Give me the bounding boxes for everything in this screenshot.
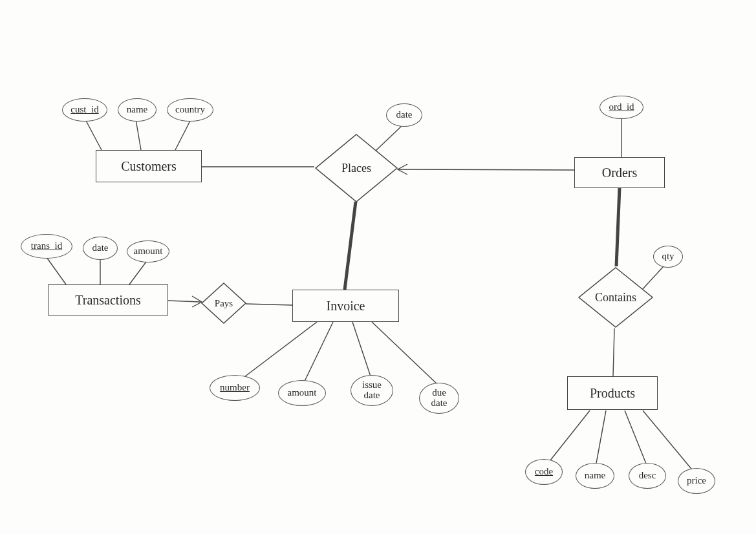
attr-contains-qty: qty	[653, 246, 683, 268]
attr-invoice-issue-date: issue date	[351, 375, 393, 406]
attr-invoice-amount: amount	[278, 380, 326, 406]
attr-customers-country: country	[167, 98, 213, 122]
attr-customers-country-label: country	[175, 105, 205, 115]
attr-invoice-due-date: due date	[419, 383, 459, 414]
svg-line-13	[545, 411, 590, 467]
svg-line-22	[616, 187, 620, 266]
svg-line-11	[372, 322, 438, 385]
attr-customers-name-label: name	[127, 105, 147, 115]
entity-invoice-label: Invoice	[327, 299, 365, 313]
relationship-places: Places	[314, 133, 398, 203]
attr-products-code-label: code	[535, 467, 553, 477]
attr-transactions-trans-id-label: trans_id	[31, 241, 62, 251]
attr-transactions-trans-id: trans_id	[21, 234, 72, 259]
svg-line-20	[246, 304, 292, 305]
attr-invoice-amount-label: amount	[288, 388, 317, 398]
attr-customers-cust-id-label: cust_id	[70, 105, 98, 115]
attr-customers-name: name	[118, 98, 157, 122]
entity-transactions: Transactions	[48, 284, 168, 315]
relationship-contains-label: Contains	[595, 291, 636, 304]
attr-contains-qty-label: qty	[662, 251, 674, 262]
attr-invoice-issue-date-label: issue date	[362, 380, 382, 401]
svg-line-18	[398, 169, 574, 170]
svg-line-2	[175, 121, 190, 150]
entity-customers-label: Customers	[121, 160, 177, 173]
svg-line-7	[129, 262, 146, 284]
er-diagram: Customers Orders Transactions Invoice Pr…	[0, 0, 756, 534]
svg-line-15	[625, 411, 647, 467]
svg-line-5	[47, 257, 66, 284]
attr-orders-ord-id: ord_id	[599, 96, 643, 119]
entity-products-label: Products	[590, 387, 635, 400]
attr-transactions-date: date	[83, 237, 118, 260]
attr-orders-ord-id-label: ord_id	[609, 102, 634, 112]
relationship-pays-label: Pays	[215, 298, 233, 309]
attr-invoice-number: number	[210, 375, 260, 401]
svg-line-19	[345, 202, 356, 290]
entity-orders-label: Orders	[602, 166, 637, 180]
attr-products-price: price	[678, 468, 715, 494]
relationship-pays: Pays	[200, 282, 247, 325]
relationship-places-label: Places	[341, 162, 371, 175]
relationship-contains: Contains	[578, 266, 654, 328]
svg-line-23	[613, 328, 614, 376]
entity-transactions-label: Transactions	[75, 294, 140, 307]
svg-line-1	[136, 120, 141, 150]
svg-line-14	[596, 411, 606, 467]
svg-line-21	[168, 301, 200, 302]
entity-customers: Customers	[96, 150, 202, 182]
entity-orders: Orders	[574, 157, 665, 188]
svg-line-0	[85, 118, 102, 150]
attr-places-date-label: date	[396, 110, 413, 120]
attr-transactions-amount-label: amount	[134, 246, 163, 257]
svg-line-9	[302, 322, 333, 387]
entity-products: Products	[567, 376, 658, 410]
attr-products-desc-label: desc	[639, 471, 656, 481]
svg-line-10	[352, 322, 372, 380]
attr-products-name-label: name	[585, 471, 605, 481]
attr-transactions-date-label: date	[92, 243, 109, 253]
attr-places-date: date	[386, 103, 422, 127]
attr-products-code: code	[525, 459, 563, 485]
attr-products-price-label: price	[687, 476, 706, 486]
attr-invoice-number-label: number	[220, 383, 250, 393]
svg-line-8	[237, 322, 317, 383]
attr-products-desc: desc	[629, 463, 666, 489]
attr-invoice-due-date-label: due date	[431, 388, 448, 409]
attr-products-name: name	[576, 463, 614, 489]
attr-transactions-amount: amount	[127, 240, 169, 262]
entity-invoice: Invoice	[292, 290, 399, 322]
attr-customers-cust-id: cust_id	[62, 98, 107, 122]
